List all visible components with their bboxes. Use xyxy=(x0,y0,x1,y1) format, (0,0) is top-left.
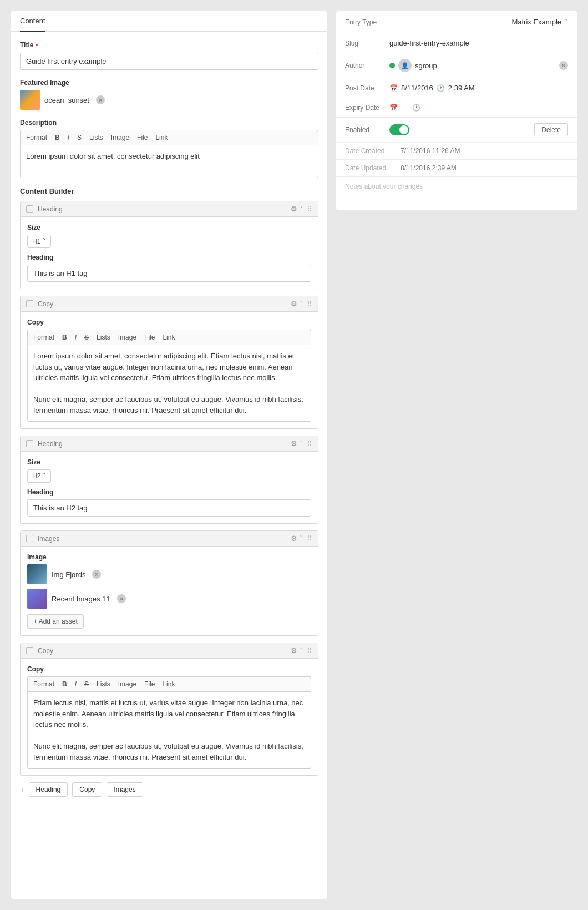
copy1-image-btn[interactable]: Image xyxy=(118,333,136,341)
image-btn[interactable]: Image xyxy=(111,134,129,141)
date-created-label: Date Created xyxy=(345,147,401,155)
author-label: Author xyxy=(345,62,389,69)
images-block-gear-icon[interactable]: ⚙ ˅ xyxy=(291,534,303,543)
featured-image-remove[interactable]: ✕ xyxy=(96,95,105,104)
copy-label-2: Copy xyxy=(27,665,311,673)
add-heading-button[interactable]: Heading xyxy=(29,782,68,797)
heading-input-2[interactable] xyxy=(27,499,311,517)
enabled-row: Enabled Delete xyxy=(336,118,577,143)
heading-block-1-gear-icon[interactable]: ⚙ ˅ xyxy=(291,205,303,213)
fjords-thumb xyxy=(27,564,47,584)
copy1-lists-btn[interactable]: Lists xyxy=(97,333,110,341)
copy2-format-btn[interactable]: Format xyxy=(33,680,54,688)
copy1-bold-btn[interactable]: B xyxy=(62,333,67,341)
slug-row: Slug guide-first-entry-example xyxy=(336,33,577,53)
post-date-value: 8/11/2016 xyxy=(401,84,433,92)
copy2-strike-btn[interactable]: S xyxy=(84,680,89,688)
copy2-file-btn[interactable]: File xyxy=(144,680,155,688)
date-updated-value: 8/11/2016 2:39 AM xyxy=(401,164,457,172)
copy2-lists-btn[interactable]: Lists xyxy=(97,680,110,688)
recent-thumb xyxy=(27,589,47,609)
content-builder-section: Content Builder Heading ⚙ ˅ ⠿ xyxy=(20,187,318,797)
copy2-italic-btn[interactable]: I xyxy=(75,680,77,688)
copy-block-2: Copy ⚙ ˅ ⠿ Copy Format B I S xyxy=(20,643,318,776)
heading-field-label-2: Heading xyxy=(27,488,311,496)
heading-block-2-drag-icon[interactable]: ⠿ xyxy=(307,439,312,448)
notes-placeholder[interactable]: Notes about your changes xyxy=(345,183,568,193)
heading-block-1-checkbox[interactable] xyxy=(26,205,33,213)
images-block-drag-icon[interactable]: ⠿ xyxy=(307,534,312,543)
bold-btn[interactable]: B xyxy=(55,134,60,141)
date-updated-label: Date Updated xyxy=(345,164,401,172)
image-assets-list: Img Fjords ✕ Recent Images 11 ✕ xyxy=(27,564,311,609)
copy1-italic-btn[interactable]: I xyxy=(75,333,77,341)
size-select-1[interactable]: H1 ˅ xyxy=(27,235,51,248)
post-date-calendar-icon[interactable]: 📅 xyxy=(389,84,398,92)
add-images-button[interactable]: Images xyxy=(107,782,143,797)
copy-block-1-content[interactable]: Lorem ipsum dolor sit amet, consectetur … xyxy=(27,345,311,422)
file-btn[interactable]: File xyxy=(137,134,148,141)
size-label-2: Size xyxy=(27,458,311,466)
right-panel: Entry Type Matrix Example ˅ Slug guide-f… xyxy=(336,11,577,899)
images-block-title: Images xyxy=(38,535,59,543)
heading-block-2-checkbox[interactable] xyxy=(26,440,33,447)
delete-button[interactable]: Delete xyxy=(534,123,568,136)
size-label-1: Size xyxy=(27,224,311,231)
date-created-value: 7/11/2016 11:26 AM xyxy=(401,147,460,155)
heading-block-2: Heading ⚙ ˅ ⠿ Size H2 ˅ Heading xyxy=(20,436,318,524)
expiry-time-clock-icon[interactable]: 🕐 xyxy=(412,104,420,112)
image-asset-recent: Recent Images 11 ✕ xyxy=(27,589,311,609)
copy-block-1-checkbox[interactable] xyxy=(26,300,33,307)
content-tab[interactable]: Content xyxy=(20,11,45,32)
recent-remove[interactable]: ✕ xyxy=(117,594,126,603)
images-block-header: Images ⚙ ˅ ⠿ xyxy=(21,531,318,547)
expiry-date-calendar-icon[interactable]: 📅 xyxy=(389,104,398,112)
author-remove-icon[interactable]: ✕ xyxy=(559,61,568,70)
copy-block-2-checkbox[interactable] xyxy=(26,647,33,654)
heading-block-2-body: Size H2 ˅ Heading xyxy=(21,452,318,523)
lists-btn[interactable]: Lists xyxy=(89,134,103,141)
copy1-file-btn[interactable]: File xyxy=(144,333,155,341)
copy-block-1-drag-icon[interactable]: ⠿ xyxy=(307,300,312,308)
fjords-remove[interactable]: ✕ xyxy=(92,570,101,579)
copy2-bold-btn[interactable]: B xyxy=(62,680,67,688)
add-copy-button[interactable]: Copy xyxy=(72,782,102,797)
featured-image-label: Featured Image xyxy=(20,79,318,87)
expiry-date-label: Expiry Date xyxy=(345,104,389,112)
size-select-2[interactable]: H2 ˅ xyxy=(27,469,51,483)
copy1-format-btn[interactable]: Format xyxy=(33,333,54,341)
copy-block-1-gear-icon[interactable]: ⚙ ˅ xyxy=(291,300,303,308)
heading-block-1: Heading ⚙ ˅ ⠿ Size H1 ˅ Heading xyxy=(20,201,318,289)
post-time-clock-icon[interactable]: 🕐 xyxy=(437,84,445,92)
copy2-link-btn[interactable]: Link xyxy=(163,680,175,688)
image-field-label: Image xyxy=(27,553,311,561)
panel-tabs: Content xyxy=(11,11,327,32)
entry-type-chevron-icon[interactable]: ˅ xyxy=(565,18,568,26)
images-block-body: Image Img Fjords ✕ Recent Images 11 ✕ xyxy=(21,547,318,635)
copy-block-2-content[interactable]: Etiam lectus nisl, mattis et luctus ut, … xyxy=(27,691,311,769)
heading-input-1[interactable] xyxy=(27,265,311,282)
copy-block-2-drag-icon[interactable]: ⠿ xyxy=(307,646,312,655)
format-btn[interactable]: Format xyxy=(26,134,47,141)
heading-block-1-drag-icon[interactable]: ⠿ xyxy=(307,205,312,213)
enabled-toggle[interactable] xyxy=(389,124,409,135)
link-btn[interactable]: Link xyxy=(155,134,168,141)
copy-block-2-title: Copy xyxy=(38,647,53,655)
copy1-strike-btn[interactable]: S xyxy=(84,333,89,341)
copy-block-2-gear-icon[interactable]: ⚙ ˅ xyxy=(291,646,303,655)
copy-label-1: Copy xyxy=(27,318,311,326)
post-time-value: 2:39 AM xyxy=(448,84,475,92)
add-asset-button[interactable]: + Add an asset xyxy=(27,614,84,629)
images-block-checkbox[interactable] xyxy=(26,535,33,542)
heading-block-2-gear-icon[interactable]: ⚙ ˅ xyxy=(291,439,303,448)
required-indicator: • xyxy=(36,41,38,49)
italic-btn[interactable]: I xyxy=(68,134,69,141)
copy1-link-btn[interactable]: Link xyxy=(163,333,175,341)
strike-btn[interactable]: S xyxy=(77,134,82,141)
copy2-image-btn[interactable]: Image xyxy=(118,680,136,688)
title-field-group: Title • xyxy=(20,41,318,70)
heading-block-2-title: Heading xyxy=(38,440,63,448)
description-content[interactable]: Lorem ipsum dolor sit amet, consectetur … xyxy=(20,145,318,178)
title-input[interactable] xyxy=(20,53,318,70)
fjords-label: Img Fjords xyxy=(52,570,85,579)
